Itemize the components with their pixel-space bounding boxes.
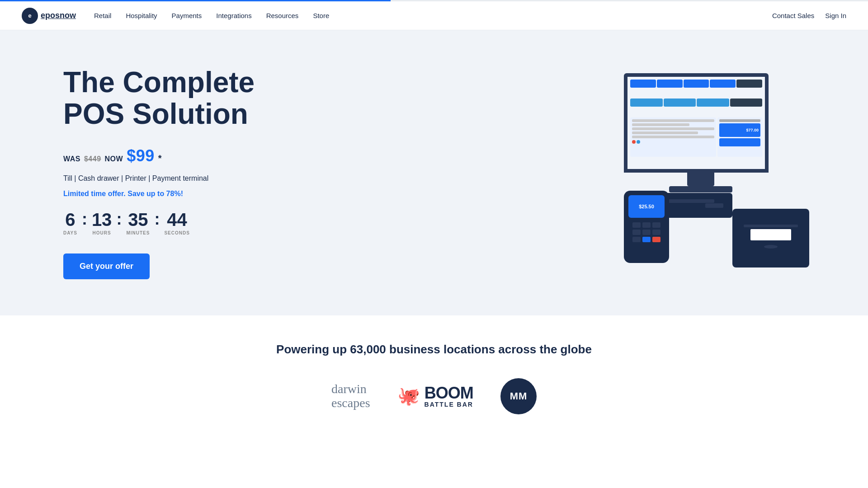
hero-section: The Complete POS Solution WAS $449 NOW $…	[0, 30, 868, 315]
monitor-stand	[687, 173, 714, 186]
brands-section: Powering up 63,000 business locations ac…	[0, 315, 868, 432]
nav-left: e eposnow Retail Hospitality Payments In…	[22, 8, 329, 24]
countdown-sep-2: :	[116, 211, 122, 235]
darwin-text: darwin escapes	[331, 382, 370, 410]
nav-retail[interactable]: Retail	[94, 12, 111, 19]
brands-title: Powering up 63,000 business locations ac…	[36, 343, 832, 357]
days-value: 6	[65, 211, 75, 229]
boom-text: BOOM BATTLE BAR	[425, 385, 473, 408]
monitor-base	[669, 186, 732, 192]
price-was-value: $449	[84, 155, 101, 163]
price-now-label: NOW	[105, 155, 123, 163]
seconds-label: SECONDS	[164, 230, 189, 235]
mm-text: MM	[510, 390, 528, 402]
countdown-hours: 13 HOURS	[92, 211, 112, 235]
hero-includes: Till | Cash drawer | Printer | Payment t…	[63, 174, 298, 183]
minutes-label: MINUTES	[126, 230, 150, 235]
boom-battle-bar-logo: 🐙 BOOM BATTLE BAR	[397, 385, 473, 408]
brands-logos-row: darwin escapes 🐙 BOOM BATTLE BAR MM	[36, 378, 832, 414]
nav-resources[interactable]: Resources	[266, 12, 299, 19]
contact-sales-link[interactable]: Contact Sales	[772, 12, 814, 19]
darwin-line1: darwin	[331, 382, 370, 396]
main-nav: e eposnow Retail Hospitality Payments In…	[0, 1, 868, 30]
hero-content: The Complete POS Solution WAS $449 NOW $…	[63, 66, 298, 279]
countdown-minutes: 35 MINUTES	[126, 211, 150, 235]
boom-line1: BOOM	[425, 385, 473, 401]
hero-title: The Complete POS Solution	[63, 66, 298, 130]
logo-icon: e	[22, 8, 38, 24]
screen-inner: $77.00	[627, 77, 765, 169]
save-text: Save up to 78%!	[127, 190, 183, 197]
price-row: WAS $449 NOW $99 *	[63, 146, 298, 165]
countdown-sep-3: :	[154, 211, 160, 235]
nav-integrations[interactable]: Integrations	[216, 12, 251, 19]
pos-monitor: $77.00	[624, 73, 778, 195]
nav-payments[interactable]: Payments	[172, 12, 202, 19]
minutes-value: 35	[128, 211, 148, 229]
mm-logo: MM	[500, 378, 537, 414]
logo-letter: e	[28, 12, 31, 19]
printer-paper	[750, 229, 791, 240]
limited-offer-text: Limited time offer.	[63, 190, 126, 197]
countdown-seconds: 44 SECONDS	[164, 211, 189, 235]
terminal-keypad	[632, 222, 660, 242]
hours-value: 13	[92, 211, 112, 229]
price-now-value: $99	[127, 146, 155, 165]
price-was-label: WAS	[63, 155, 80, 163]
countdown-timer: 6 DAYS : 13 HOURS : 35 MINUTES : 44 SECO…	[63, 211, 298, 235]
octopus-icon: 🐙	[397, 385, 420, 407]
payment-terminal: $25.50	[624, 191, 669, 263]
sign-in-link[interactable]: Sign In	[825, 12, 846, 19]
hero-limited-offer: Limited time offer. Save up to 78%!	[63, 190, 298, 198]
darwin-escapes-logo: darwin escapes	[331, 382, 370, 410]
countdown-days: 6 DAYS	[63, 211, 77, 235]
price-asterisk: *	[158, 153, 162, 164]
hours-label: HOURS	[93, 230, 111, 235]
printer-paper-slot	[744, 225, 798, 227]
nav-hospitality[interactable]: Hospitality	[126, 12, 157, 19]
hero-pos-image: $77.00 $25.50	[597, 73, 814, 272]
countdown-sep-1: :	[82, 211, 87, 235]
nav-right: Contact Sales Sign In	[772, 12, 846, 19]
receipt-printer	[732, 209, 809, 267]
logo-text: eposnow	[41, 11, 76, 20]
logo[interactable]: e eposnow	[22, 8, 76, 24]
darwin-line2: escapes	[331, 396, 370, 410]
seconds-value: 44	[167, 211, 187, 229]
printer-button	[764, 245, 778, 249]
nav-links: Retail Hospitality Payments Integrations…	[94, 12, 329, 20]
terminal-display: $25.50	[628, 195, 665, 218]
days-label: DAYS	[63, 230, 77, 235]
get-offer-button[interactable]: Get your offer	[63, 253, 150, 279]
boom-line2: BATTLE BAR	[425, 401, 473, 408]
monitor-screen: $77.00	[624, 73, 769, 173]
nav-store[interactable]: Store	[313, 12, 329, 19]
